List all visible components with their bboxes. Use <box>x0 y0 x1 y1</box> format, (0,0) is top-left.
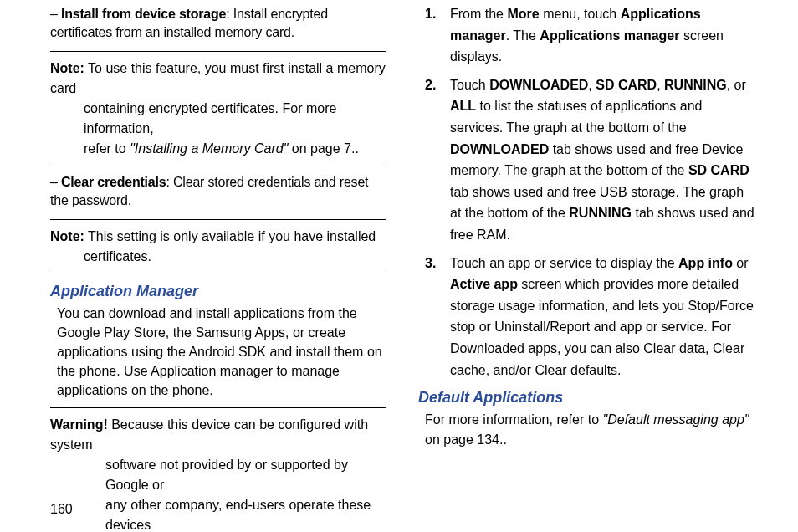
note-certificates-required: Note: This setting is only available if … <box>50 227 386 267</box>
step-text: From the <box>450 7 507 21</box>
note-label: Note: <box>50 229 84 243</box>
para-text: on page 134.. <box>425 432 507 447</box>
step-text: Touch <box>450 78 489 92</box>
step-text: , <box>657 78 664 92</box>
warning-text: any other company, end-users operate the… <box>105 495 386 533</box>
warning-block: Warning! Because this device can be conf… <box>50 415 386 533</box>
step-text: Touch an app or service to display the <box>450 256 678 270</box>
note-label: Note: <box>50 61 84 75</box>
note-text: certificates. <box>84 247 386 267</box>
step-text: or <box>733 256 749 270</box>
ui-ref: DOWNLOADED <box>450 142 549 156</box>
para-text: For more information, refer to <box>425 412 603 427</box>
note-install-memory-card: Note: To use this feature, you must firs… <box>50 59 386 159</box>
ui-ref: Active app <box>450 277 518 291</box>
step-text: menu, touch <box>540 7 621 21</box>
ui-ref: App info <box>678 256 733 270</box>
cross-ref: "Installing a Memory Card" <box>130 141 288 156</box>
step-text: , <box>588 78 596 92</box>
ui-ref: SD CARD <box>688 163 749 177</box>
note-text: refer to "Installing a Memory Card" on p… <box>84 139 386 159</box>
ui-ref: SD CARD <box>596 78 657 92</box>
cross-ref: "Default messaging app" <box>603 412 749 427</box>
step-1: From the More menu, touch Applications m… <box>418 3 755 68</box>
note-text: refer to <box>84 141 130 156</box>
ui-ref: DOWNLOADED <box>489 78 588 92</box>
warning-label: Warning! <box>50 417 108 432</box>
item-lead: Install from device storage <box>61 7 226 21</box>
left-column: – Install from device storage: Install e… <box>50 3 386 532</box>
ui-ref: RUNNING <box>569 206 632 220</box>
step-text: screen which provides more detailed stor… <box>450 277 754 376</box>
divider <box>50 51 386 52</box>
list-item-clear-credentials: – Clear credentials: Clear stored creden… <box>50 173 386 211</box>
divider <box>50 407 386 408</box>
warning-text: software not provided by or supported by… <box>105 455 386 495</box>
ui-ref: RUNNING <box>664 78 727 92</box>
ui-ref: ALL <box>450 99 476 113</box>
divider <box>50 274 386 274</box>
page-number: 160 <box>50 502 73 517</box>
steps-list: From the More menu, touch Applications m… <box>418 3 755 381</box>
note-text: on page 7.. <box>288 141 359 156</box>
note-text: This setting is only available if you ha… <box>84 229 376 243</box>
list-item-install-from-storage: – Install from device storage: Install e… <box>50 5 386 43</box>
step-2: Touch DOWNLOADED, SD CARD, RUNNING, or A… <box>418 74 755 246</box>
note-text: To use this feature, you must first inst… <box>50 61 386 95</box>
divider <box>50 166 386 166</box>
step-text: . The <box>506 28 540 43</box>
heading-application-manager: Application Manager <box>50 283 386 300</box>
two-column-layout: – Install from device storage: Install e… <box>50 3 755 532</box>
paragraph-default-applications: For more information, refer to "Default … <box>425 410 755 450</box>
ui-ref: More <box>507 7 539 21</box>
paragraph-application-manager: You can download and install application… <box>57 304 386 401</box>
heading-default-applications: Default Applications <box>418 389 755 407</box>
divider <box>50 219 386 220</box>
step-3: Touch an app or service to display the A… <box>418 253 755 381</box>
step-text: to list the statuses of applications and… <box>450 99 703 135</box>
ui-ref: Applications manager <box>540 28 679 43</box>
item-lead: Clear credentials <box>61 175 166 189</box>
note-text: containing encrypted certificates. For m… <box>84 99 386 139</box>
right-column: From the More menu, touch Applications m… <box>418 3 755 532</box>
manual-page: – Install from device storage: Install e… <box>0 0 798 532</box>
step-text: , or <box>727 78 746 92</box>
